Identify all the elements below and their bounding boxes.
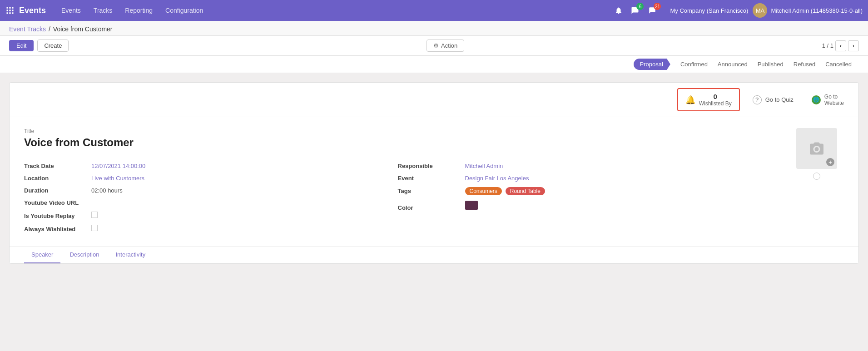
form-card: 🔔 0 Wishlisted By ? Go to Quiz 🌐 Go to W… bbox=[9, 82, 859, 264]
nav-events[interactable]: Events bbox=[55, 0, 87, 21]
user-name: Mitchell Admin (11485380-15-0-all) bbox=[771, 7, 863, 14]
duration-row: Duration 02:00 hours bbox=[24, 184, 398, 197]
pager-prev[interactable]: ‹ bbox=[835, 40, 846, 51]
location-label: Location bbox=[24, 175, 88, 182]
responsible-label: Responsible bbox=[398, 163, 461, 169]
message-badge: 6 bbox=[636, 3, 644, 10]
status-proposal[interactable]: Proposal bbox=[634, 59, 670, 70]
responsible-row: Responsible Mitchell Admin bbox=[398, 160, 772, 172]
location-value[interactable]: Live with Customers bbox=[91, 175, 144, 182]
status-confirmed[interactable]: Confirmed bbox=[671, 59, 715, 70]
form-right-col: Responsible Mitchell Admin Event Design … bbox=[398, 160, 772, 235]
breadcrumb: Event Tracks / Voice from Customer bbox=[0, 21, 868, 36]
form-header-actions: 🔔 0 Wishlisted By ? Go to Quiz 🌐 Go to W… bbox=[10, 83, 858, 117]
status-refused[interactable]: Refused bbox=[792, 59, 823, 70]
breadcrumb-parent[interactable]: Event Tracks bbox=[9, 25, 46, 33]
tags-label: Tags bbox=[398, 188, 461, 194]
tags-container: Consumers Round Table bbox=[465, 187, 547, 195]
tags-row: Tags Consumers Round Table bbox=[398, 184, 772, 198]
photo-placeholder[interactable]: + bbox=[796, 128, 837, 169]
track-date-label: Track Date bbox=[24, 163, 88, 169]
toolbar: Edit Create ⚙ Action 1 / 1 ‹ › bbox=[0, 36, 868, 56]
nav-reporting[interactable]: Reporting bbox=[119, 0, 159, 21]
edit-button[interactable]: Edit bbox=[9, 40, 34, 51]
bell-icon: 🔔 bbox=[685, 95, 695, 105]
quiz-icon: ? bbox=[753, 95, 762, 104]
form-tabs: Speaker Description Interactivity bbox=[10, 246, 858, 263]
goto-website-button[interactable]: 🌐 Go to Website bbox=[806, 90, 849, 110]
form-fields-grid: Track Date 12/07/2021 14:00:00 Location … bbox=[24, 160, 771, 235]
tag-consumers[interactable]: Consumers bbox=[465, 187, 502, 195]
form-sidebar: + bbox=[789, 128, 844, 235]
status-pipeline: Proposal Confirmed Announced Published R… bbox=[0, 56, 868, 73]
messages-icon[interactable]: 6 bbox=[629, 5, 641, 16]
wishlisted-count: 0 bbox=[714, 93, 717, 100]
nav-configuration[interactable]: Configuration bbox=[159, 0, 209, 21]
pager-next[interactable]: › bbox=[848, 40, 859, 51]
tab-interactivity[interactable]: Interactivity bbox=[108, 247, 153, 263]
title-field-label: Title bbox=[24, 128, 771, 134]
wishlisted-button[interactable]: 🔔 0 Wishlisted By bbox=[677, 88, 740, 111]
chat-icon[interactable]: 21 bbox=[646, 5, 658, 16]
nav-tracks[interactable]: Tracks bbox=[87, 0, 119, 21]
color-row: Color bbox=[398, 198, 772, 214]
wishlisted-label: Wishlisted By bbox=[699, 100, 732, 107]
grid-icon[interactable] bbox=[5, 6, 15, 15]
form-body: Title Voice from Customer Track Date 12/… bbox=[10, 117, 858, 246]
company-name: My Company (San Francisco) bbox=[670, 7, 748, 14]
youtube-label: Youtube Video URL bbox=[24, 199, 88, 206]
goto-website-label-line2: Website bbox=[824, 100, 844, 106]
always-wishlisted-checkbox[interactable] bbox=[91, 225, 98, 231]
goto-website-label-line1: Go to bbox=[824, 94, 844, 100]
is-replay-label: Is Youtube Replay bbox=[24, 213, 88, 219]
photo-radio[interactable] bbox=[813, 173, 820, 180]
pager-text: 1 / 1 bbox=[822, 42, 833, 49]
color-swatch[interactable] bbox=[465, 201, 478, 210]
always-wishlisted-label: Always Wishlisted bbox=[24, 226, 88, 232]
activity-icon[interactable] bbox=[613, 5, 625, 16]
topnav: Events Events Tracks Reporting Configura… bbox=[0, 0, 868, 21]
tag-round-table[interactable]: Round Table bbox=[506, 187, 545, 195]
is-replay-row: Is Youtube Replay bbox=[24, 209, 398, 222]
avatar: MA bbox=[753, 3, 767, 18]
main-content: 🔔 0 Wishlisted By ? Go to Quiz 🌐 Go to W… bbox=[0, 73, 868, 273]
topnav-menu: Events Tracks Reporting Configuration bbox=[55, 0, 613, 21]
action-button[interactable]: ⚙ Action bbox=[427, 40, 464, 52]
breadcrumb-current: Voice from Customer bbox=[53, 25, 113, 33]
duration-value: 02:00 hours bbox=[91, 187, 123, 194]
svg-point-0 bbox=[815, 147, 819, 151]
form-main: Title Voice from Customer Track Date 12/… bbox=[24, 128, 771, 235]
app-brand: Events bbox=[19, 6, 46, 15]
is-replay-checkbox[interactable] bbox=[91, 212, 98, 218]
event-label: Event bbox=[398, 175, 461, 182]
website-icon: 🌐 bbox=[812, 95, 821, 104]
status-cancelled[interactable]: Cancelled bbox=[823, 59, 859, 70]
youtube-url-row: Youtube Video URL bbox=[24, 197, 398, 209]
tab-description[interactable]: Description bbox=[62, 247, 106, 263]
tab-speaker[interactable]: Speaker bbox=[24, 247, 60, 263]
track-date-value[interactable]: 12/07/2021 14:00:00 bbox=[91, 163, 145, 169]
event-row: Event Design Fair Los Angeles bbox=[398, 172, 772, 184]
duration-label: Duration bbox=[24, 187, 88, 194]
record-title: Voice from Customer bbox=[24, 136, 771, 149]
location-row: Location Live with Customers bbox=[24, 172, 398, 184]
gear-icon: ⚙ bbox=[433, 42, 439, 49]
track-date-row: Track Date 12/07/2021 14:00:00 bbox=[24, 160, 398, 172]
responsible-value[interactable]: Mitchell Admin bbox=[465, 163, 503, 169]
status-announced[interactable]: Announced bbox=[716, 59, 755, 70]
topnav-right: 6 21 My Company (San Francisco) MA Mitch… bbox=[613, 3, 863, 18]
event-value[interactable]: Design Fair Los Angeles bbox=[465, 175, 529, 182]
color-label: Color bbox=[398, 204, 461, 211]
always-wishlisted-row: Always Wishlisted bbox=[24, 222, 398, 235]
photo-add-icon[interactable]: + bbox=[826, 158, 834, 166]
goto-quiz-button[interactable]: ? Go to Quiz bbox=[747, 92, 799, 108]
user-menu[interactable]: MA Mitchell Admin (11485380-15-0-all) bbox=[753, 3, 863, 18]
pager: 1 / 1 ‹ › bbox=[822, 40, 859, 51]
chat-badge: 21 bbox=[654, 3, 661, 10]
create-button[interactable]: Create bbox=[37, 40, 69, 52]
form-left-col: Track Date 12/07/2021 14:00:00 Location … bbox=[24, 160, 398, 235]
status-published[interactable]: Published bbox=[756, 59, 791, 70]
